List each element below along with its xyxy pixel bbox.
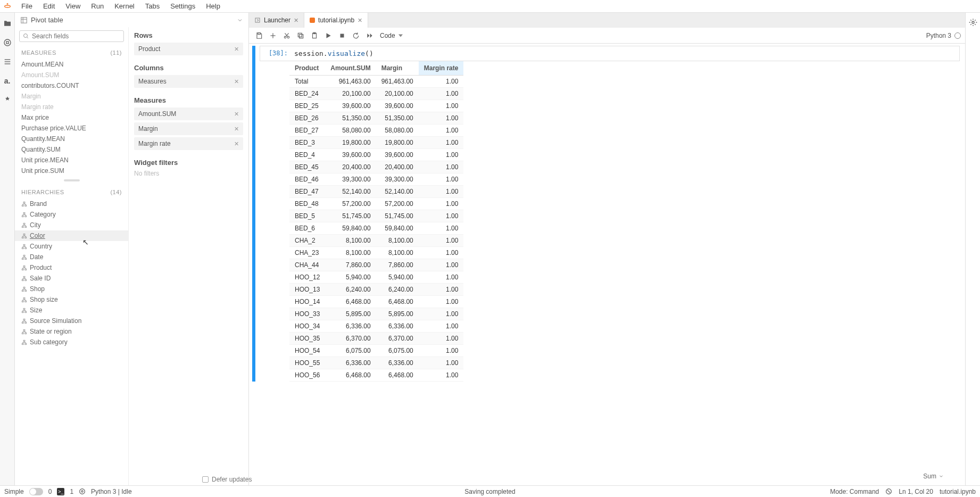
- stop-button[interactable]: [336, 30, 348, 42]
- menu-file[interactable]: File: [16, 1, 38, 11]
- add-cell-button[interactable]: [267, 30, 279, 42]
- hierarchy-item[interactable]: Category: [15, 209, 128, 220]
- tab[interactable]: tutorial.ipynb✕: [304, 13, 368, 28]
- table-row[interactable]: BED_4752,140.0052,140.001.00: [289, 186, 463, 198]
- table-row[interactable]: HOO_546,075.006,075.001.00: [289, 345, 463, 357]
- table-row[interactable]: CHA_238,100.008,100.001.00: [289, 247, 463, 259]
- notebook-body[interactable]: [38]: session.visualize() ProductAmount.…: [249, 44, 965, 485]
- kernel-status-text[interactable]: Python 3 | Idle: [91, 488, 132, 495]
- mode-indicator[interactable]: Mode: Command: [830, 488, 879, 495]
- measure-item[interactable]: Unit price.MEAN: [15, 155, 128, 165]
- table-row[interactable]: BED_2651,350.0051,350.001.00: [289, 112, 463, 125]
- defer-updates[interactable]: Defer updates: [202, 476, 252, 483]
- cell-type-select[interactable]: Code: [378, 31, 405, 40]
- run-button[interactable]: [322, 30, 334, 42]
- table-row[interactable]: BED_2758,080.0058,080.001.00: [289, 125, 463, 137]
- chip[interactable]: Margin rate✕: [134, 137, 243, 150]
- table-row[interactable]: HOO_136,240.006,240.001.00: [289, 284, 463, 296]
- table-row[interactable]: BED_4857,200.0057,200.001.00: [289, 198, 463, 210]
- status-zero[interactable]: 0: [48, 488, 52, 495]
- chip[interactable]: Amount.SUM✕: [134, 107, 243, 120]
- copy-button[interactable]: [295, 30, 306, 42]
- folder-icon[interactable]: [3, 19, 12, 28]
- chevron-down-icon[interactable]: [237, 17, 243, 23]
- checkbox-icon[interactable]: [202, 476, 209, 483]
- hierarchy-item[interactable]: Product: [15, 262, 128, 273]
- column-header[interactable]: Margin rate: [419, 61, 464, 76]
- table-row[interactable]: BED_2539,600.0039,600.001.00: [289, 100, 463, 112]
- chip[interactable]: Product✕: [134, 43, 243, 55]
- lsp-icon[interactable]: [79, 488, 86, 495]
- menu-help[interactable]: Help: [201, 1, 226, 11]
- simple-mode-label[interactable]: Simple: [4, 488, 24, 495]
- close-icon[interactable]: ✕: [358, 17, 362, 24]
- status-one[interactable]: 1: [70, 488, 73, 495]
- hierarchy-item[interactable]: Sub category: [15, 337, 128, 347]
- running-icon[interactable]: [3, 38, 12, 47]
- cut-button[interactable]: [281, 30, 293, 42]
- column-header[interactable]: Margin: [376, 61, 419, 76]
- menu-edit[interactable]: Edit: [38, 1, 60, 11]
- kernel-status-icon[interactable]: [954, 32, 961, 39]
- measure-item[interactable]: Amount.MEAN: [15, 59, 128, 70]
- hierarchy-item[interactable]: Shop size: [15, 294, 128, 305]
- hierarchy-item[interactable]: State or region: [15, 326, 128, 337]
- restart-run-all-button[interactable]: [364, 30, 376, 42]
- menu-kernel[interactable]: Kernel: [109, 1, 140, 11]
- hierarchy-item[interactable]: Sale ID: [15, 273, 128, 284]
- menu-view[interactable]: View: [60, 1, 86, 11]
- resize-handle[interactable]: [64, 179, 80, 181]
- remove-icon[interactable]: ✕: [234, 111, 239, 118]
- hierarchy-item[interactable]: Color: [15, 230, 128, 241]
- table-row[interactable]: HOO_125,940.005,940.001.00: [289, 271, 463, 284]
- toc-icon[interactable]: [3, 57, 12, 66]
- extension-icon[interactable]: [3, 96, 12, 104]
- chip[interactable]: Measures✕: [134, 75, 243, 88]
- atoti-icon[interactable]: a.: [4, 77, 11, 85]
- kernel-name[interactable]: Python 3: [926, 32, 951, 39]
- measure-item[interactable]: Purchase price.VALUE: [15, 123, 128, 134]
- table-row[interactable]: BED_2420,100.0020,100.001.00: [289, 88, 463, 100]
- hierarchy-item[interactable]: City: [15, 220, 128, 230]
- hierarchy-item[interactable]: Date: [15, 252, 128, 262]
- table-row[interactable]: BED_4639,300.0039,300.001.00: [289, 173, 463, 186]
- cursor-position[interactable]: Ln 1, Col 20: [899, 488, 933, 495]
- table-row[interactable]: HOO_335,895.005,895.001.00: [289, 308, 463, 320]
- remove-icon[interactable]: ✕: [234, 78, 239, 85]
- remove-icon[interactable]: ✕: [234, 140, 239, 147]
- table-row[interactable]: HOO_146,468.006,468.001.00: [289, 296, 463, 308]
- table-row[interactable]: HOO_556,336.006,336.001.00: [289, 357, 463, 369]
- table-row[interactable]: HOO_566,468.006,468.001.00: [289, 369, 463, 382]
- aggregate-label[interactable]: Sum: [923, 473, 944, 480]
- table-row[interactable]: BED_4520,400.0020,400.001.00: [289, 161, 463, 173]
- menu-settings[interactable]: Settings: [165, 1, 201, 11]
- measure-item[interactable]: Quantity.MEAN: [15, 134, 128, 144]
- table-row[interactable]: Total961,463.00961,463.001.00: [289, 76, 463, 88]
- gear-icon[interactable]: [969, 18, 977, 27]
- remove-icon[interactable]: ✕: [234, 46, 239, 53]
- measure-item[interactable]: Max price: [15, 112, 128, 123]
- menu-run[interactable]: Run: [86, 1, 109, 11]
- remove-icon[interactable]: ✕: [234, 126, 239, 132]
- table-row[interactable]: BED_659,840.0059,840.001.00: [289, 222, 463, 235]
- close-icon[interactable]: ✕: [294, 17, 298, 24]
- code-input[interactable]: session.visualize(): [290, 46, 959, 61]
- hierarchy-item[interactable]: Size: [15, 305, 128, 316]
- menu-tabs[interactable]: Tabs: [140, 1, 165, 11]
- measure-item[interactable]: Margin rate: [15, 102, 128, 112]
- paste-button[interactable]: [309, 30, 320, 42]
- table-row[interactable]: BED_319,800.0019,800.001.00: [289, 137, 463, 149]
- column-header[interactable]: Product: [289, 61, 325, 76]
- measure-item[interactable]: Quantity.SUM: [15, 144, 128, 155]
- measure-item[interactable]: contributors.COUNT: [15, 80, 128, 91]
- table-row[interactable]: BED_439,600.0039,600.001.00: [289, 149, 463, 161]
- hierarchy-item[interactable]: Country: [15, 241, 128, 252]
- simple-mode-toggle[interactable]: [29, 488, 43, 495]
- tab[interactable]: Launcher✕: [249, 13, 304, 28]
- search-input[interactable]: [19, 30, 124, 42]
- hierarchy-item[interactable]: Shop: [15, 284, 128, 294]
- table-row[interactable]: HOO_356,370.006,370.001.00: [289, 333, 463, 345]
- pivot-result-table[interactable]: ProductAmount.SUMMarginMargin rate Total…: [289, 61, 463, 382]
- table-row[interactable]: CHA_28,100.008,100.001.00: [289, 235, 463, 247]
- hierarchy-item[interactable]: Brand: [15, 198, 128, 209]
